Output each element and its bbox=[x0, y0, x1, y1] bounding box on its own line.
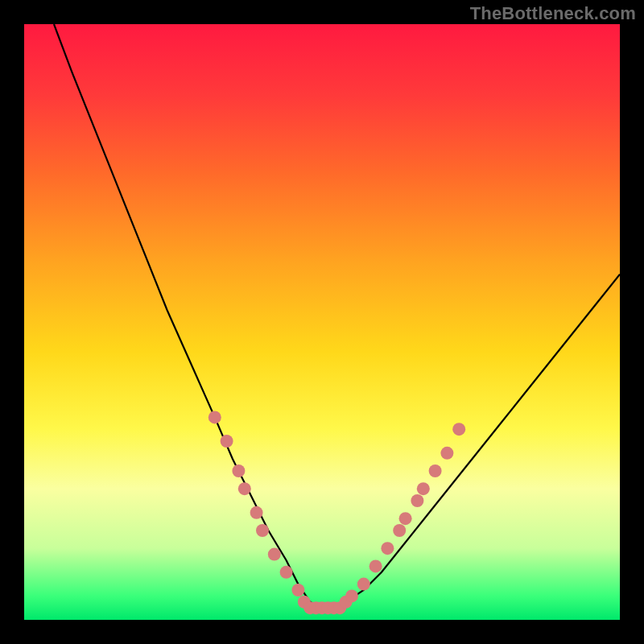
highlight-dot bbox=[440, 447, 453, 460]
highlight-dot bbox=[417, 482, 430, 495]
highlight-dot bbox=[221, 435, 233, 448]
chart-svg bbox=[24, 24, 620, 620]
highlight-dot bbox=[256, 524, 269, 537]
highlight-dot bbox=[381, 542, 394, 555]
highlight-dot bbox=[232, 464, 245, 477]
highlight-dot bbox=[291, 584, 304, 597]
watermark-text: TheBottleneck.com bbox=[470, 3, 636, 24]
highlight-dot bbox=[369, 559, 382, 572]
highlight-dot bbox=[429, 464, 442, 477]
highlight-dot bbox=[345, 589, 358, 602]
highlight-dot bbox=[393, 524, 406, 537]
highlight-dot bbox=[399, 512, 412, 525]
highlight-dot bbox=[452, 423, 465, 436]
highlight-dot bbox=[280, 566, 293, 579]
highlight-dot bbox=[268, 548, 281, 561]
highlight-dot bbox=[250, 506, 263, 519]
highlight-dot bbox=[238, 482, 251, 495]
bottleneck-curve bbox=[54, 24, 620, 608]
highlight-dot bbox=[208, 411, 221, 423]
highlight-dot bbox=[411, 494, 423, 507]
highlight-dot bbox=[357, 578, 370, 591]
plot-area bbox=[24, 24, 620, 620]
chart-container: TheBottleneck.com bbox=[0, 0, 644, 644]
highlight-dots bbox=[208, 411, 465, 614]
